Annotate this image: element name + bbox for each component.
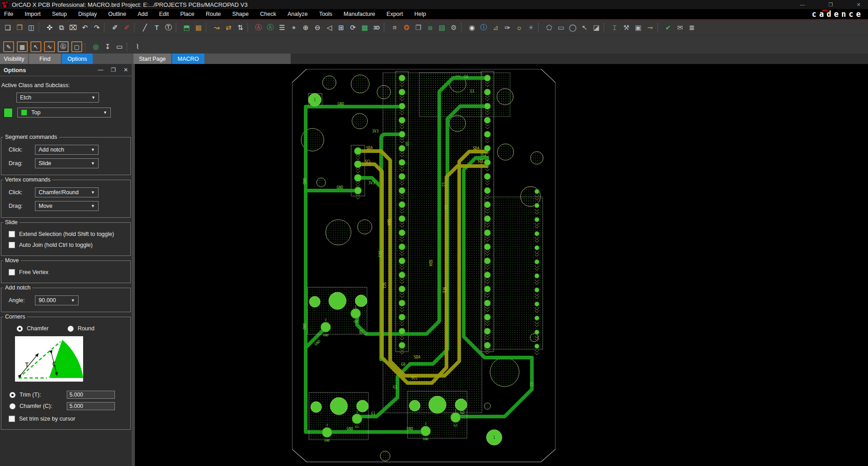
shine-off-icon[interactable]: ☀: [525, 22, 537, 33]
menu-item-help[interactable]: Help: [414, 11, 426, 17]
minimize-icon[interactable]: —: [800, 2, 805, 8]
menu-item-analyze[interactable]: Analyze: [288, 11, 308, 17]
maximize-icon[interactable]: ❐: [828, 2, 833, 8]
export-check-icon[interactable]: ✔: [662, 22, 674, 33]
zoom-fit-icon[interactable]: ⊞: [335, 22, 347, 33]
reports-icon[interactable]: ▤: [436, 22, 448, 33]
panel-minimize-icon[interactable]: —: [98, 67, 103, 73]
design-canvas[interactable]: 111G02GND1G12GND1G22GNDGNDGNDGNDGNDGNDGN…: [135, 64, 868, 466]
visibility-eye-icon[interactable]: ◉: [466, 22, 478, 33]
panel-close-icon[interactable]: ✕: [124, 67, 128, 73]
add-text-icon[interactable]: T: [151, 22, 163, 33]
net-list-icon[interactable]: ☰: [276, 22, 288, 33]
snapshot-icon[interactable]: ▣: [632, 22, 644, 33]
new-file-icon[interactable]: ❏: [2, 22, 14, 33]
place-ic-icon[interactable]: ▦: [193, 22, 204, 33]
copy-layer-icon[interactable]: ❒: [412, 22, 424, 33]
tab-visibility[interactable]: Visibility: [0, 54, 28, 64]
menu-item-export[interactable]: Export: [387, 11, 403, 17]
trim-radio[interactable]: [10, 392, 15, 398]
menu-item-place[interactable]: Place: [180, 11, 194, 17]
zoom-in-icon[interactable]: ⊕: [300, 22, 312, 33]
select-mode-icon[interactable]: ↖: [30, 41, 41, 52]
menu-item-edit[interactable]: Edit: [159, 11, 169, 17]
layer-color-swatch[interactable]: [4, 108, 13, 118]
menu-item-check[interactable]: Check: [260, 11, 276, 17]
design-params-icon[interactable]: ✎: [3, 41, 14, 52]
tab-find[interactable]: Find: [29, 54, 61, 64]
segment-click-dropdown[interactable]: Add notch▼: [35, 145, 99, 155]
shape-select-icon[interactable]: ↖: [579, 22, 590, 33]
free-vertex-checkbox[interactable]: [9, 269, 15, 275]
open-folder-icon[interactable]: ❐: [14, 22, 25, 33]
notes-icon[interactable]: ≣: [686, 22, 698, 33]
shape-circle-icon[interactable]: ◯: [567, 22, 579, 33]
rats-all-icon[interactable]: Ⓐ: [253, 22, 264, 33]
ruler-icon[interactable]: ▭: [114, 41, 125, 52]
menu-item-setup[interactable]: Setup: [52, 11, 67, 17]
design-info-icon[interactable]: ⓘ: [478, 22, 490, 33]
redo-icon[interactable]: ↷: [91, 22, 103, 33]
measure-icon[interactable]: ⊿: [490, 22, 501, 33]
menu-item-route[interactable]: Route: [206, 11, 221, 17]
view-3d-icon[interactable]: 3D: [371, 22, 382, 33]
menu-item-display[interactable]: Display: [78, 11, 97, 17]
color-dialog-icon[interactable]: ❂: [401, 22, 412, 33]
round-radio[interactable]: [68, 326, 74, 332]
route-connect-icon[interactable]: ↝: [211, 22, 223, 33]
trim-input[interactable]: 5.000: [67, 391, 115, 399]
close-icon[interactable]: ✕: [857, 2, 861, 8]
add-text-block-icon[interactable]: Ⓣ: [163, 22, 174, 33]
move-icon[interactable]: ✜: [44, 22, 55, 33]
menu-item-manufacture[interactable]: Manufacture: [344, 11, 375, 17]
auto-join-checkbox[interactable]: [9, 242, 15, 248]
zoom-previous-icon[interactable]: ◁: [323, 22, 335, 33]
tab-start-page[interactable]: Start Page: [134, 54, 171, 64]
add-line-icon[interactable]: ╱: [139, 22, 151, 33]
place-component-icon[interactable]: ⬒: [181, 22, 193, 33]
pin-tools-icon[interactable]: ⚒: [620, 22, 632, 33]
placement-mode-icon[interactable]: ▦: [17, 41, 28, 52]
descend-icon[interactable]: ↧: [102, 41, 114, 52]
zoom-point-icon[interactable]: ⌖: [288, 22, 300, 33]
menu-item-outline[interactable]: Outline: [108, 11, 126, 17]
menu-item-file[interactable]: File: [4, 11, 13, 17]
zoom-shape-icon[interactable]: ◎: [90, 41, 102, 52]
undo-icon[interactable]: ↶: [79, 22, 91, 33]
fanout-icon[interactable]: ⌇: [132, 41, 144, 52]
signal-probe-icon[interactable]: ∿: [44, 41, 55, 52]
pin-edit-icon[interactable]: ⌶: [609, 22, 620, 33]
zoom-out-icon[interactable]: ⊖: [312, 22, 323, 33]
menu-item-shape[interactable]: Shape: [232, 11, 248, 17]
panel-float-icon[interactable]: ❐: [111, 67, 116, 73]
layer-stack-icon[interactable]: ⧈: [424, 22, 436, 33]
gerber-edit-icon[interactable]: Ⓖ: [58, 41, 69, 52]
swap-layers-icon[interactable]: ⇅: [234, 22, 246, 33]
shape-edit-icon[interactable]: ◪: [590, 22, 602, 33]
extend-selection-checkbox[interactable]: [9, 231, 15, 237]
highlight-icon[interactable]: ✐: [109, 22, 121, 33]
menu-item-tools[interactable]: Tools: [319, 11, 332, 17]
settings-icon[interactable]: ⚙: [448, 22, 460, 33]
menu-item-import[interactable]: Import: [25, 11, 40, 17]
segment-drag-dropdown[interactable]: Slide▼: [35, 158, 99, 168]
tab-macro[interactable]: MACRO: [172, 54, 204, 64]
vertex-drag-dropdown[interactable]: Move▼: [35, 201, 99, 211]
save-icon[interactable]: ◫: [25, 22, 37, 33]
chamfer-radio[interactable]: [17, 326, 23, 332]
artwork-icon[interactable]: ✑: [501, 22, 513, 33]
grid-toggle-icon[interactable]: ⌗: [389, 22, 401, 33]
chamfer-size-radio[interactable]: [10, 403, 15, 409]
shine-on-icon[interactable]: ☼: [513, 22, 525, 33]
rats-net-icon[interactable]: Ⓐ: [264, 22, 276, 33]
testprep-icon[interactable]: ⊸: [644, 22, 656, 33]
panel-divider[interactable]: [132, 64, 135, 466]
route-bus-icon[interactable]: ⇄: [223, 22, 234, 33]
vertex-click-dropdown[interactable]: Chamfer/Round▼: [35, 187, 99, 197]
export-mail-icon[interactable]: ✉: [674, 22, 686, 33]
copy-icon[interactable]: ⧉: [55, 22, 67, 33]
subclass-dropdown[interactable]: Top ▼: [17, 108, 111, 118]
angle-dropdown[interactable]: 90.000▼: [35, 295, 79, 305]
dehighlight-icon[interactable]: ✐: [121, 22, 133, 33]
chamfer-input[interactable]: 5.000: [67, 402, 115, 410]
